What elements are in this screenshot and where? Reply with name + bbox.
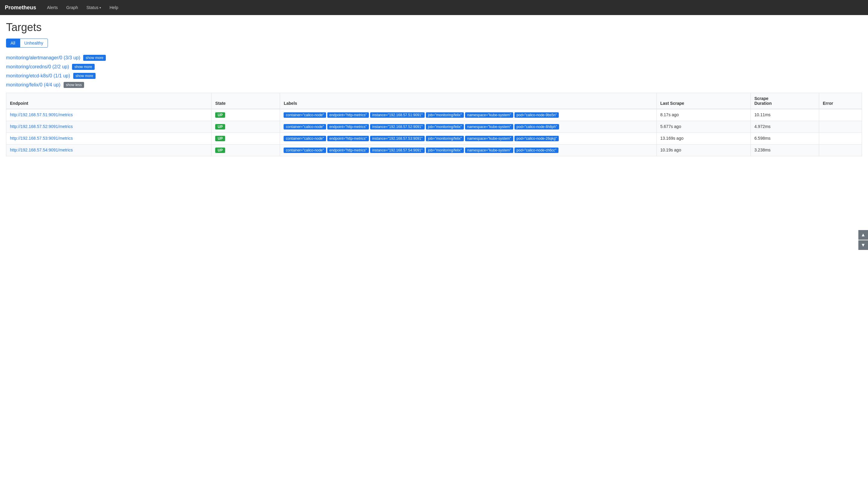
target-groups: monitoring/alertmanager/0 (3/3 up) show … (6, 55, 862, 88)
navbar-brand[interactable]: Prometheus (5, 4, 36, 11)
nav-link-help[interactable]: Help (106, 3, 122, 12)
target-group-felix-link[interactable]: monitoring/felix/0 (4/4 up) (6, 82, 61, 88)
state-badge: UP (215, 112, 225, 118)
cell-error (819, 133, 862, 144)
cell-scrape-duration: 10.11ms (750, 109, 819, 121)
show-more-etcd-button[interactable]: show more (73, 73, 96, 79)
cell-labels: container="calico-node"endpoint="http-me… (280, 133, 656, 144)
cell-last-scrape: 5.677s ago (656, 121, 750, 133)
cell-last-scrape: 8.17s ago (656, 109, 750, 121)
label-badge: pod="calico-node-ch6cc" (515, 147, 558, 153)
endpoint-link[interactable]: http://192.168.57.51:9091/metrics (10, 112, 73, 117)
cell-state: UP (212, 109, 280, 121)
label-badge: instance="192.168.57.53:9091" (370, 136, 425, 141)
cell-endpoint: http://192.168.57.53:9091/metrics (6, 133, 212, 144)
endpoint-link[interactable]: http://192.168.57.54:9091/metrics (10, 147, 73, 152)
target-group-coredns: monitoring/coredns/0 (2/2 up) show more (6, 64, 862, 70)
cell-state: UP (212, 121, 280, 133)
label-badge: namespace="kube-system" (465, 136, 513, 141)
label-badge: endpoint="http-metrics" (327, 124, 369, 130)
table-body: http://192.168.57.51:9091/metricsUPconta… (6, 109, 862, 156)
label-badge: pod="calico-node-8h8ph" (515, 124, 559, 130)
cell-error (819, 121, 862, 133)
label-badge: job="monitoring/felix" (426, 124, 464, 130)
label-badge: endpoint="http-metrics" (327, 112, 369, 118)
cell-labels: container="calico-node"endpoint="http-me… (280, 144, 656, 156)
label-badge: namespace="kube-system" (465, 112, 513, 118)
label-badge: job="monitoring/felix" (426, 136, 464, 141)
cell-endpoint: http://192.168.57.51:9091/metrics (6, 109, 212, 121)
show-more-alertmanager-button[interactable]: show more (83, 55, 106, 61)
nav-link-alerts[interactable]: Alerts (43, 3, 61, 12)
label-badge: endpoint="http-metrics" (327, 147, 369, 153)
col-header-scrapeduration: ScrapeDuration (750, 93, 819, 109)
table-row: http://192.168.57.51:9091/metricsUPconta… (6, 109, 862, 121)
label-badge: job="monitoring/felix" (426, 112, 464, 118)
table-header: Endpoint State Labels Last Scrape Scrape… (6, 93, 862, 109)
labels-container: container="calico-node"endpoint="http-me… (284, 112, 652, 118)
label-badge: namespace="kube-system" (465, 147, 513, 153)
table-row: http://192.168.57.53:9091/metricsUPconta… (6, 133, 862, 144)
filter-unhealthy-button[interactable]: Unhealthy (20, 39, 48, 47)
label-badge: instance="192.168.57.52:9091" (370, 124, 425, 130)
label-badge: namespace="kube-system" (465, 124, 513, 130)
navbar-nav: Alerts Graph Status ▾ Help (43, 3, 122, 12)
col-header-state: State (212, 93, 280, 109)
col-header-endpoint: Endpoint (6, 93, 212, 109)
page-title: Targets (6, 21, 862, 34)
page-content: Targets All Unhealthy monitoring/alertma… (0, 15, 868, 162)
cell-last-scrape: 13.169s ago (656, 133, 750, 144)
label-badge: instance="192.168.57.54:9091" (370, 147, 425, 153)
cell-state: UP (212, 144, 280, 156)
cell-scrape-duration: 3.238ms (750, 144, 819, 156)
filter-all-button[interactable]: All (6, 39, 20, 47)
cell-labels: container="calico-node"endpoint="http-me… (280, 109, 656, 121)
target-group-felix: monitoring/felix/0 (4/4 up) show less (6, 82, 862, 88)
target-group-coredns-link[interactable]: monitoring/coredns/0 (2/2 up) (6, 64, 69, 70)
label-badge: pod="calico-node-9bs5n" (515, 112, 559, 118)
target-group-etcd-link[interactable]: monitoring/etcd-k8s/0 (1/1 up) (6, 73, 70, 78)
state-badge: UP (215, 136, 225, 141)
state-badge: UP (215, 147, 225, 153)
labels-container: container="calico-node"endpoint="http-me… (284, 136, 652, 141)
cell-scrape-duration: 6.598ms (750, 133, 819, 144)
endpoint-link[interactable]: http://192.168.57.53:9091/metrics (10, 136, 73, 141)
show-less-felix-button[interactable]: show less (64, 82, 84, 88)
col-header-error: Error (819, 93, 862, 109)
target-group-alertmanager: monitoring/alertmanager/0 (3/3 up) show … (6, 55, 862, 61)
cell-labels: container="calico-node"endpoint="http-me… (280, 121, 656, 133)
label-badge: job="monitoring/felix" (426, 147, 464, 153)
table-row: http://192.168.57.52:9091/metricsUPconta… (6, 121, 862, 133)
labels-container: container="calico-node"endpoint="http-me… (284, 147, 652, 153)
label-badge: endpoint="http-metrics" (327, 136, 369, 141)
endpoint-link[interactable]: http://192.168.57.52:9091/metrics (10, 124, 73, 129)
nav-dropdown-status: Status ▾ (83, 3, 105, 12)
state-badge: UP (215, 124, 225, 130)
label-badge: container="calico-node" (284, 112, 326, 118)
col-header-labels: Labels (280, 93, 656, 109)
dropdown-arrow-icon: ▾ (99, 6, 101, 9)
filter-buttons: All Unhealthy (6, 39, 862, 47)
cell-error (819, 109, 862, 121)
nav-link-status[interactable]: Status ▾ (83, 3, 105, 12)
cell-scrape-duration: 4.972ms (750, 121, 819, 133)
table-row: http://192.168.57.54:9091/metricsUPconta… (6, 144, 862, 156)
cell-endpoint: http://192.168.57.52:9091/metrics (6, 121, 212, 133)
target-group-alertmanager-link[interactable]: monitoring/alertmanager/0 (3/3 up) (6, 55, 80, 61)
col-header-lastscrape: Last Scrape (656, 93, 750, 109)
cell-error (819, 144, 862, 156)
cell-last-scrape: 10.19s ago (656, 144, 750, 156)
label-badge: container="calico-node" (284, 136, 326, 141)
target-group-etcd: monitoring/etcd-k8s/0 (1/1 up) show more (6, 73, 862, 79)
nav-link-graph[interactable]: Graph (63, 3, 82, 12)
label-badge: pod="calico-node-26qkg" (515, 136, 559, 141)
cell-state: UP (212, 133, 280, 144)
label-badge: container="calico-node" (284, 124, 326, 130)
labels-container: container="calico-node"endpoint="http-me… (284, 124, 652, 130)
cell-endpoint: http://192.168.57.54:9091/metrics (6, 144, 212, 156)
label-badge: instance="192.168.57.51:9091" (370, 112, 425, 118)
navbar: Prometheus Alerts Graph Status ▾ Help (0, 0, 868, 15)
show-more-coredns-button[interactable]: show more (72, 64, 95, 70)
label-badge: container="calico-node" (284, 147, 326, 153)
targets-table: Endpoint State Labels Last Scrape Scrape… (6, 93, 862, 156)
